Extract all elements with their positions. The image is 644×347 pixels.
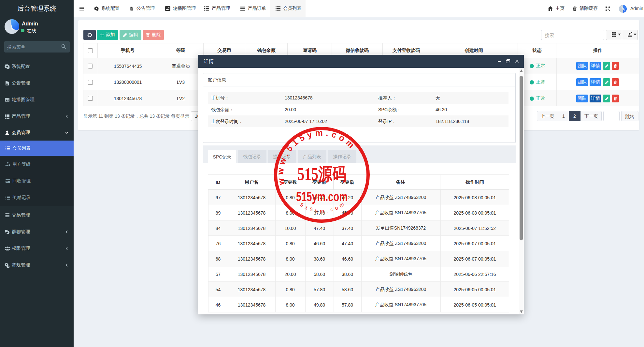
svg-text:515ym.com: 515ym.com: [296, 189, 348, 204]
svg-text:515源码: 515源码: [297, 164, 346, 184]
